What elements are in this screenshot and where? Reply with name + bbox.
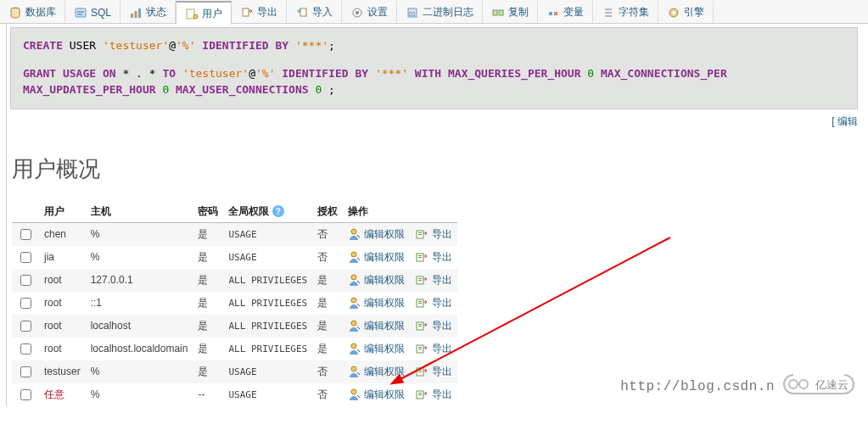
help-icon[interactable]: ? [272,205,284,217]
semicolon: ; [328,39,335,52]
tab-label: 设置 [367,5,388,20]
edit-privileges-link[interactable]: 编辑权限 [364,251,405,263]
svg-rect-50 [418,394,422,395]
export-row-link[interactable]: 导出 [432,320,452,332]
table-row: jia%是USAGE否 编辑权限 导出 [12,246,457,269]
row-checkbox[interactable] [20,321,31,332]
row-checkbox[interactable] [20,298,31,309]
row-checkbox[interactable] [20,343,31,355]
tab-replication[interactable]: 复制 [483,0,538,23]
export-row-link[interactable]: 导出 [432,366,452,377]
svg-text:亿速云: 亿速云 [815,378,848,391]
edit-privileges-link[interactable]: 编辑权限 [364,388,405,400]
tab-import[interactable]: 导入 [287,0,342,23]
row-checkbox[interactable] [20,229,31,240]
kw-grant: GRANT [23,67,56,80]
cell-user: root [39,338,86,360]
svg-point-43 [351,366,356,371]
tab-status[interactable]: 状态 [120,0,176,23]
literal-pwd: '***' [295,39,328,52]
charset-icon [602,6,615,20]
row-checkbox[interactable] [20,366,31,377]
export-row-link[interactable]: 导出 [432,274,452,286]
tab-label: 状态 [146,5,166,20]
edit-privileges-icon [348,319,361,332]
svg-rect-45 [418,370,422,371]
cell-host: ::1 [86,292,193,315]
literal-user: 'testuser' [182,67,249,80]
col-host: 主机 [86,201,193,223]
cell-pwd: -- [193,383,223,406]
tab-label: 导入 [312,5,333,20]
svg-rect-41 [418,347,422,348]
export-row-link[interactable]: 导出 [432,228,452,240]
edit-privileges-link[interactable]: 编辑权限 [364,320,405,332]
zero: 0 [162,83,169,96]
table-row: root127.0.0.1是ALL PRIVILEGES是 编辑权限 导出 [12,269,457,292]
edit-privileges-link[interactable]: 编辑权限 [364,274,405,286]
export-row-icon [415,319,428,332]
cell-pwd: 是 [193,292,223,315]
tab-export[interactable]: 导出 [232,0,287,23]
edit-privileges-icon [348,273,361,287]
table-row: root::1是ALL PRIVILEGES是 编辑权限 导出 [12,292,457,315]
tab-binlog[interactable]: 01 二进制日志 [397,0,483,23]
kw-with: WITH [415,67,441,80]
kw-to: TO [162,67,176,80]
kw-mc: MAX_CONNECTIONS_PER [601,67,727,80]
edit-privileges-link[interactable]: 编辑权限 [364,228,405,240]
svg-rect-25 [418,255,422,256]
import-icon [295,6,309,20]
svg-rect-29 [418,278,422,279]
export-row-link[interactable]: 导出 [432,343,452,355]
export-row-icon [415,250,428,264]
svg-rect-16 [554,12,557,15]
svg-rect-21 [418,232,422,233]
status-icon [129,6,143,20]
row-checkbox[interactable] [20,275,31,286]
tab-label: 二进制日志 [423,5,473,20]
tab-users[interactable]: 用户 [176,1,232,25]
edit-privileges-link[interactable]: 编辑权限 [364,297,405,309]
export-row-link[interactable]: 导出 [432,388,452,400]
tab-variables[interactable]: 变量 [538,0,593,23]
export-row-icon [415,296,428,310]
tab-database[interactable]: 数据库 [0,0,65,23]
export-icon [240,6,254,20]
export-row-link[interactable]: 导出 [432,251,452,263]
export-row-icon [415,227,428,241]
user-table: 用户 主机 密码 全局权限 ? 授权 操作 chen%是USAGE否 编辑权限 … [12,201,457,406]
cell-priv: ALL PRIVILEGES [223,292,312,315]
svg-point-47 [351,389,356,394]
cell-user: testuser [39,360,86,383]
edit-privileges-link[interactable]: 编辑权限 [364,343,405,355]
tab-label: 用户 [202,7,222,21]
edit-sql-link[interactable]: [ 编辑 [832,115,858,127]
svg-point-23 [351,252,356,257]
wildcard: * . * [122,67,155,80]
edit-privileges-link[interactable]: 编辑权限 [364,366,405,377]
row-checkbox[interactable] [20,389,31,400]
svg-rect-2 [131,14,133,18]
kw-identified: IDENTIFIED BY [282,67,368,80]
edit-privileges-icon [348,365,361,378]
svg-text:01: 01 [409,11,416,17]
table-row: chen%是USAGE否 编辑权限 导出 [12,222,457,246]
svg-rect-7 [243,8,249,16]
tab-sql[interactable]: SQL [65,0,120,23]
cell-host: % [86,246,193,269]
col-priv: 全局权限 ? [223,201,312,223]
tab-charset[interactable]: 字符集 [593,0,658,23]
svg-point-10 [356,11,359,14]
page-title: 用户概况 [12,154,856,184]
export-row-icon [415,388,428,401]
export-row-link[interactable]: 导出 [432,297,452,309]
kw-usage: USAGE ON [63,67,116,80]
svg-rect-34 [418,303,422,304]
row-checkbox[interactable] [20,252,31,263]
tab-settings[interactable]: 设置 [342,0,397,23]
tab-engines[interactable]: 引擎 [658,0,714,23]
svg-rect-3 [135,11,137,18]
watermark-logo: 亿速云 [783,371,858,399]
tab-label: 导出 [257,5,277,20]
